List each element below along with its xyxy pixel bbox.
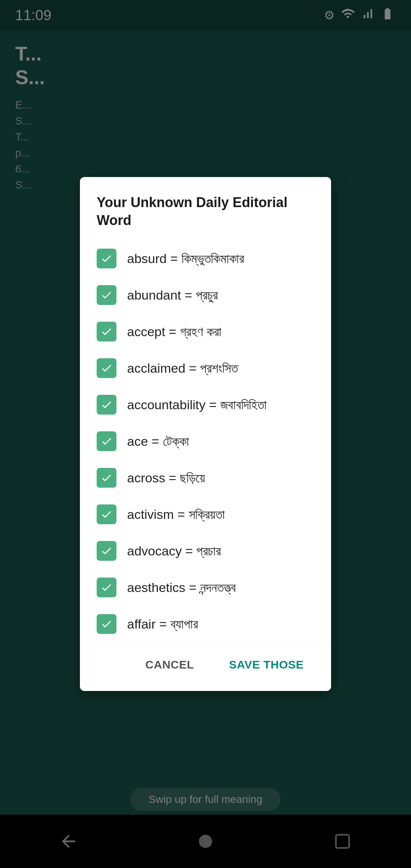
list-item[interactable]: acclaimed = প্রশংসিত <box>88 350 323 386</box>
word-list: absurd = কিম্ভুতকিমাকারabundant = প্রচুর… <box>80 240 331 641</box>
word-text: aesthetics = নন্দনতত্ত্ব <box>127 579 236 596</box>
dialog-overlay: Your Unknown Daily Editorial Word absurd… <box>0 0 411 868</box>
word-text: accountability = জবাবদিহিতা <box>127 396 267 413</box>
word-text: accept = গ্রহণ করা <box>127 323 221 340</box>
checkbox-icon[interactable] <box>97 249 116 268</box>
list-item[interactable]: abundant = প্রচুর <box>88 277 323 313</box>
checkbox-icon[interactable] <box>97 578 116 597</box>
dialog-title: Your Unknown Daily Editorial Word <box>80 177 331 240</box>
cancel-button[interactable]: CANCEL <box>132 651 208 679</box>
list-item[interactable]: accountability = জবাবদিহিতা <box>88 386 323 423</box>
dialog: Your Unknown Daily Editorial Word absurd… <box>80 177 331 691</box>
checkbox-icon[interactable] <box>97 504 116 524</box>
word-text: abundant = প্রচুর <box>127 287 218 303</box>
checkbox-icon[interactable] <box>97 322 116 341</box>
checkbox-icon[interactable] <box>97 431 116 451</box>
checkbox-icon[interactable] <box>97 614 116 634</box>
word-text: affair = ব্যাপার <box>127 616 198 632</box>
checkbox-icon[interactable] <box>97 468 116 488</box>
checkbox-icon[interactable] <box>97 358 116 378</box>
list-item[interactable]: absurd = কিম্ভুতকিমাকার <box>88 240 323 277</box>
list-item[interactable]: aesthetics = নন্দনতত্ত্ব <box>88 569 323 606</box>
word-text: advocacy = প্রচার <box>127 542 221 559</box>
word-text: absurd = কিম্ভুতকিমাকার <box>127 250 244 267</box>
word-text: activism = সক্রিয়তা <box>127 506 225 523</box>
word-text: ace = টেক্কা <box>127 433 189 450</box>
list-item[interactable]: across = ছড়িয়ে <box>88 460 323 496</box>
checkbox-icon[interactable] <box>97 395 116 415</box>
word-text: acclaimed = প্রশংসিত <box>127 360 238 377</box>
list-item[interactable]: advocacy = প্রচার <box>88 533 323 569</box>
list-item[interactable]: affair = ব্যাপার <box>88 606 323 641</box>
dialog-actions: CANCEL SAVE THOSE <box>80 641 331 691</box>
list-item[interactable]: activism = সক্রিয়তা <box>88 496 323 533</box>
word-text: across = ছড়িয়ে <box>127 469 205 486</box>
save-button[interactable]: SAVE THOSE <box>215 651 317 679</box>
checkbox-icon[interactable] <box>97 541 116 561</box>
list-item[interactable]: ace = টেক্কা <box>88 423 323 460</box>
checkbox-icon[interactable] <box>97 285 116 305</box>
list-item[interactable]: accept = গ্রহণ করা <box>88 313 323 350</box>
